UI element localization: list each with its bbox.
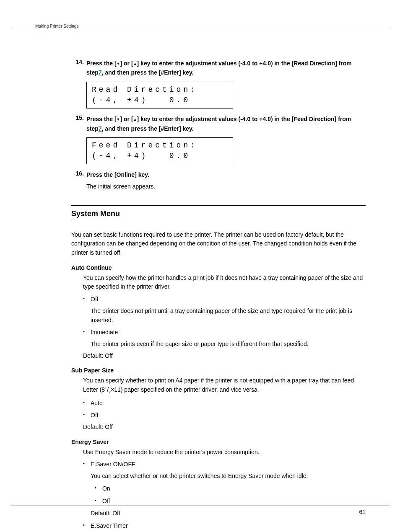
bullet-icon: •	[83, 411, 91, 420]
bullet-desc: The printer prints even if the paper siz…	[91, 340, 366, 349]
section-intro: You can set basic functions required to …	[71, 230, 366, 258]
bullet-immediate: • Immediate	[83, 328, 366, 337]
term-desc: You can specify how the printer handles …	[83, 274, 366, 292]
step-16: 16. Press the [Online] key.	[71, 170, 366, 179]
step-number: 14.	[71, 59, 86, 77]
step-text: Press the [▼] or [▲] key to enter the ad…	[86, 59, 366, 77]
default-value: Default: Off	[83, 351, 366, 361]
step-15: 15. Press the [▼] or [▲] key to enter th…	[71, 114, 366, 133]
term-sub-paper-size: Sub Paper Size	[71, 367, 366, 374]
bullet-esaver-onoff: • E.Saver ON/OFF	[83, 460, 366, 469]
header-rule	[10, 30, 390, 30]
step-14: 14. Press the [▼] or [▲] key to enter th…	[71, 59, 366, 77]
bullet-icon: •	[83, 460, 91, 469]
step-number: 16.	[71, 170, 86, 179]
step-sub-text: The initial screen appears.	[86, 182, 366, 191]
nested-default: Default: Off	[91, 509, 366, 518]
bullet-off: • Off	[83, 295, 366, 304]
header-breadcrumb: Making Printer Settings	[35, 24, 78, 28]
bullet-desc: You can select whether or not the printe…	[91, 472, 366, 481]
step-text: Press the [Online] key.	[86, 170, 366, 179]
term-desc: Use Energy Saver mode to reduce the prin…	[83, 448, 366, 457]
up-triangle-icon: ▲	[133, 117, 137, 121]
page-number: 61	[359, 509, 366, 515]
bullet-icon: •	[83, 399, 91, 408]
section-heading: System Menu	[71, 205, 366, 221]
term-energy-saver: Energy Saver	[71, 439, 366, 445]
step-text: Press the [▼] or [▲] key to enter the ad…	[86, 114, 366, 133]
step-link-7[interactable]: 7	[99, 125, 102, 132]
nested-bullet-off: • Off	[95, 497, 366, 506]
default-value: Default: Off	[83, 423, 366, 432]
bullet-icon: •	[95, 484, 102, 493]
bullet-desc: The printer does not print until a tray …	[91, 307, 366, 325]
step-number: 15.	[71, 114, 86, 133]
bullet-off: • Off	[83, 411, 366, 420]
up-triangle-icon: ▲	[133, 62, 137, 66]
term-desc: You can specify whether to print on A4 p…	[83, 376, 366, 395]
lcd-display: Feed Direction: (-4, +4) 0.0	[86, 137, 233, 164]
bullet-auto: • Auto	[83, 399, 366, 408]
bullet-icon: •	[83, 522, 91, 531]
bullet-esaver-timer: • E.Saver Timer	[83, 522, 366, 531]
footer-rule	[10, 506, 390, 506]
down-triangle-icon: ▼	[117, 62, 120, 66]
bullet-icon: •	[83, 295, 91, 304]
down-triangle-icon: ▼	[117, 117, 120, 121]
bullet-icon: •	[95, 497, 102, 506]
bullet-icon: •	[83, 328, 91, 337]
lcd-display: Read Direction: (-4, +4) 0.0	[86, 82, 233, 108]
term-auto-continue: Auto Continue	[71, 264, 366, 271]
nested-bullet-on: • On	[95, 484, 366, 493]
step-link-7[interactable]: 7	[99, 69, 102, 76]
